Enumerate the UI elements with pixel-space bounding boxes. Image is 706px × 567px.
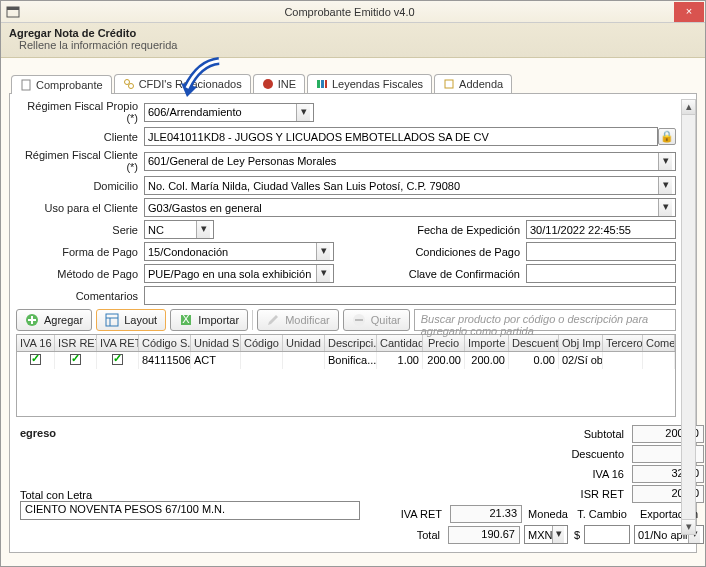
cell-cant: 1.00 bbox=[377, 352, 423, 369]
ivaret-checkbox[interactable] bbox=[112, 354, 123, 365]
serie-select[interactable]: NC▾ bbox=[144, 220, 214, 239]
label-cond-pago: Condiciones de Pago bbox=[406, 246, 526, 258]
tab-cfdis[interactable]: CFDI's Relacionados bbox=[114, 74, 251, 93]
pencil-icon bbox=[266, 313, 280, 327]
col-cant[interactable]: Cantidad bbox=[377, 335, 423, 351]
col-tercero[interactable]: Tercero bbox=[603, 335, 643, 351]
tab-ine[interactable]: INE bbox=[253, 74, 305, 93]
fecha-exp-input[interactable] bbox=[526, 220, 676, 239]
totals-section: egreso Total con Letra CIENTO NOVENTA PE… bbox=[16, 425, 676, 546]
metodo-pago-select[interactable]: PUE/Pago en una sola exhibición▾ bbox=[144, 264, 334, 283]
iva16-checkbox[interactable] bbox=[30, 354, 41, 365]
tab-comprobante[interactable]: Comprobante bbox=[11, 75, 112, 94]
app-icon bbox=[5, 4, 21, 20]
cliente-input[interactable] bbox=[144, 127, 658, 146]
quitar-button[interactable]: Quitar bbox=[343, 309, 410, 331]
grid-header: IVA 16 ISR RET IVA RET Código S... Unida… bbox=[17, 335, 675, 352]
grid-body[interactable]: 84111506 ACT Bonifica... 1.00 200.00 200… bbox=[17, 352, 675, 416]
isr-checkbox[interactable] bbox=[70, 354, 81, 365]
label-comentarios: Comentarios bbox=[16, 290, 144, 302]
product-search-input[interactable]: Buscar producto por código o descripción… bbox=[414, 309, 676, 331]
egreso-label: egreso bbox=[20, 427, 360, 439]
col-codigos[interactable]: Código S... bbox=[139, 335, 191, 351]
label-clave-conf: Clave de Confirmación bbox=[406, 268, 526, 280]
tab-addenda[interactable]: Addenda bbox=[434, 74, 512, 93]
uso-cliente-select[interactable]: G03/Gastos en general▾ bbox=[144, 198, 676, 217]
col-isr[interactable]: ISR RET bbox=[55, 335, 97, 351]
label-isrret: ISR RET bbox=[548, 488, 628, 500]
regimen-cliente-select[interactable]: 601/General de Ley Personas Morales▾ bbox=[144, 152, 676, 171]
regimen-propio-select[interactable]: 606/Arrendamiento▾ bbox=[144, 103, 314, 122]
svg-text:X: X bbox=[183, 313, 191, 325]
svg-rect-11 bbox=[106, 314, 118, 326]
domicilio-select[interactable]: No. Col. María Nilda, Ciudad Valles San … bbox=[144, 176, 676, 195]
metodo-pago-value: PUE/Pago en una sola exhibición bbox=[148, 268, 311, 280]
tab-label: Addenda bbox=[459, 78, 503, 90]
label-descuento: Descuento bbox=[548, 448, 628, 460]
agregar-button[interactable]: Agregar bbox=[16, 309, 92, 331]
layout-icon bbox=[105, 313, 119, 327]
domicilio-value: No. Col. María Nilda, Ciudad Valles San … bbox=[148, 180, 460, 192]
svg-rect-6 bbox=[317, 80, 320, 88]
tcambio-input[interactable] bbox=[584, 525, 630, 544]
modificar-button[interactable]: Modificar bbox=[257, 309, 339, 331]
col-coment[interactable]: Coment... bbox=[643, 335, 675, 351]
layout-button[interactable]: Layout bbox=[96, 309, 166, 331]
col-codigo[interactable]: Código bbox=[241, 335, 283, 351]
tab-label: INE bbox=[278, 78, 296, 90]
col-iva16[interactable]: IVA 16 bbox=[17, 335, 55, 351]
label-tcambio: T. Cambio bbox=[574, 508, 630, 520]
scroll-up-icon[interactable]: ▴ bbox=[682, 100, 695, 115]
document-icon bbox=[20, 79, 32, 91]
label-total-letra: Total con Letra bbox=[20, 489, 360, 501]
scroll-down-icon[interactable]: ▾ bbox=[682, 519, 695, 534]
svg-rect-2 bbox=[22, 80, 30, 90]
forma-pago-select[interactable]: 15/Condonación▾ bbox=[144, 242, 334, 261]
label-regimen-propio: Régimen Fiscal Propio (*) bbox=[16, 100, 144, 124]
dialog-footer: Aceptar Cancelar bbox=[1, 559, 705, 567]
tab-leyendas[interactable]: Leyendas Fiscales bbox=[307, 74, 432, 93]
cond-pago-input[interactable] bbox=[526, 242, 676, 261]
tcambio-prefix: $ bbox=[572, 529, 580, 541]
svg-point-5 bbox=[263, 79, 273, 89]
importar-button[interactable]: X Importar bbox=[170, 309, 248, 331]
cell-descu: 0.00 bbox=[509, 352, 559, 369]
label-total: Total bbox=[364, 529, 444, 541]
layout-label: Layout bbox=[124, 314, 157, 326]
forma-pago-value: 15/Condonación bbox=[148, 246, 228, 258]
col-descu[interactable]: Descuento bbox=[509, 335, 559, 351]
tab-label: Comprobante bbox=[36, 79, 103, 91]
titlebar: Comprobante Emitido v4.0 × bbox=[1, 1, 705, 23]
clave-conf-input[interactable] bbox=[526, 264, 676, 283]
vertical-scrollbar[interactable]: ▴ ▾ bbox=[681, 99, 696, 535]
table-row[interactable]: 84111506 ACT Bonifica... 1.00 200.00 200… bbox=[17, 352, 675, 369]
col-unidad[interactable]: Unidad bbox=[283, 335, 325, 351]
col-ivaret[interactable]: IVA RET bbox=[97, 335, 139, 351]
lock-icon[interactable]: 🔒 bbox=[658, 128, 676, 145]
col-precio[interactable]: Precio bbox=[423, 335, 465, 351]
close-button[interactable]: × bbox=[674, 2, 704, 22]
comentarios-input[interactable] bbox=[144, 286, 676, 305]
col-importe[interactable]: Importe bbox=[465, 335, 509, 351]
moneda-value: MXN bbox=[528, 529, 552, 541]
svg-rect-9 bbox=[445, 80, 453, 88]
col-desc[interactable]: Descripci... bbox=[325, 335, 377, 351]
col-unidads[interactable]: Unidad S... bbox=[191, 335, 241, 351]
chevron-down-icon: ▾ bbox=[552, 526, 564, 543]
chevron-down-icon: ▾ bbox=[316, 243, 330, 260]
svg-point-3 bbox=[124, 80, 129, 85]
serie-value: NC bbox=[148, 224, 164, 236]
moneda-select[interactable]: MXN▾ bbox=[524, 525, 568, 544]
subheader: Agregar Nota de Crédito Rellene la infor… bbox=[1, 23, 705, 58]
cell-coment bbox=[643, 352, 675, 369]
importar-label: Importar bbox=[198, 314, 239, 326]
label-fecha-exp: Fecha de Expedición bbox=[406, 224, 526, 236]
books-icon bbox=[316, 78, 328, 90]
total-value: 190.67 bbox=[448, 526, 520, 544]
svg-rect-8 bbox=[325, 80, 327, 88]
label-subtotal: Subtotal bbox=[548, 428, 628, 440]
cell-codigos: 84111506 bbox=[139, 352, 191, 369]
col-objimp[interactable]: Obj Imp bbox=[559, 335, 603, 351]
label-regimen-cliente: Régimen Fiscal Cliente (*) bbox=[16, 149, 144, 173]
label-moneda: Moneda bbox=[526, 508, 570, 520]
